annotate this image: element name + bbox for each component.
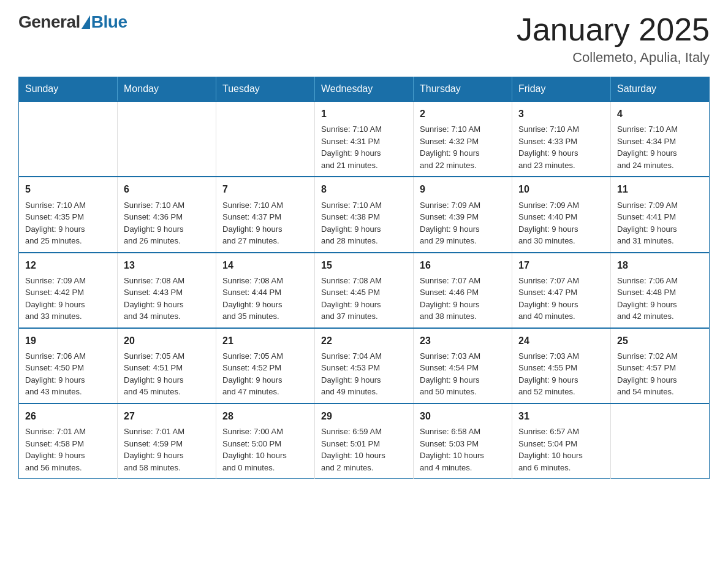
day-info: Sunrise: 7:08 AMSunset: 4:44 PMDaylight:… [222,275,308,323]
day-number: 27 [124,409,210,423]
calendar-table: SundayMondayTuesdayWednesdayThursdayFrid… [18,77,710,479]
day-header-saturday: Saturday [611,77,710,102]
day-number: 21 [222,334,308,348]
calendar-week-5: 26Sunrise: 7:01 AMSunset: 4:58 PMDayligh… [19,404,710,479]
calendar-cell: 17Sunrise: 7:07 AMSunset: 4:47 PMDayligh… [512,253,611,328]
calendar-cell: 21Sunrise: 7:05 AMSunset: 4:52 PMDayligh… [216,328,315,404]
day-number: 5 [25,182,111,196]
calendar-cell [19,101,118,177]
calendar-week-3: 12Sunrise: 7:09 AMSunset: 4:42 PMDayligh… [19,253,710,328]
calendar-cell: 16Sunrise: 7:07 AMSunset: 4:46 PMDayligh… [414,253,512,328]
page-header: General Blue January 2025 Collemeto, Apu… [18,12,710,66]
day-info: Sunrise: 7:09 AMSunset: 4:39 PMDaylight:… [420,199,506,247]
day-number: 31 [518,409,604,423]
day-info: Sunrise: 7:09 AMSunset: 4:42 PMDaylight:… [25,275,111,323]
day-info: Sunrise: 7:10 AMSunset: 4:32 PMDaylight:… [420,123,506,171]
calendar-cell: 9Sunrise: 7:09 AMSunset: 4:39 PMDaylight… [414,177,512,252]
calendar-cell: 31Sunrise: 6:57 AMSunset: 5:04 PMDayligh… [512,404,611,479]
day-number: 6 [124,182,210,196]
calendar-cell: 1Sunrise: 7:10 AMSunset: 4:31 PMDaylight… [315,101,414,177]
day-info: Sunrise: 7:03 AMSunset: 4:55 PMDaylight:… [518,350,604,398]
day-number: 20 [124,334,210,348]
logo: General Blue [18,12,127,32]
day-info: Sunrise: 6:59 AMSunset: 5:01 PMDaylight:… [321,426,407,473]
calendar-subtitle: Collemeto, Apulia, Italy [517,50,710,66]
calendar-cell: 11Sunrise: 7:09 AMSunset: 4:41 PMDayligh… [611,177,710,252]
calendar-cell: 6Sunrise: 7:10 AMSunset: 4:36 PMDaylight… [118,177,216,252]
calendar-cell: 12Sunrise: 7:09 AMSunset: 4:42 PMDayligh… [19,253,118,328]
calendar-header-row: SundayMondayTuesdayWednesdayThursdayFrid… [19,77,710,102]
calendar-cell: 7Sunrise: 7:10 AMSunset: 4:37 PMDaylight… [216,177,315,252]
calendar-cell: 8Sunrise: 7:10 AMSunset: 4:38 PMDaylight… [315,177,414,252]
day-number: 9 [420,182,506,196]
calendar-cell: 30Sunrise: 6:58 AMSunset: 5:03 PMDayligh… [414,404,512,479]
calendar-cell: 24Sunrise: 7:03 AMSunset: 4:55 PMDayligh… [512,328,611,404]
day-info: Sunrise: 7:10 AMSunset: 4:38 PMDaylight:… [321,199,407,247]
day-header-tuesday: Tuesday [216,77,315,102]
calendar-cell: 25Sunrise: 7:02 AMSunset: 4:57 PMDayligh… [611,328,710,404]
calendar-cell: 14Sunrise: 7:08 AMSunset: 4:44 PMDayligh… [216,253,315,328]
calendar-week-4: 19Sunrise: 7:06 AMSunset: 4:50 PMDayligh… [19,328,710,404]
day-number: 29 [321,409,407,423]
day-header-monday: Monday [118,77,216,102]
day-number: 4 [617,107,703,121]
title-section: January 2025 Collemeto, Apulia, Italy [517,12,710,66]
day-number: 26 [25,409,111,423]
calendar-cell: 28Sunrise: 7:00 AMSunset: 5:00 PMDayligh… [216,404,315,479]
day-info: Sunrise: 7:06 AMSunset: 4:50 PMDaylight:… [25,350,111,398]
calendar-cell: 23Sunrise: 7:03 AMSunset: 4:54 PMDayligh… [414,328,512,404]
calendar-cell: 29Sunrise: 6:59 AMSunset: 5:01 PMDayligh… [315,404,414,479]
calendar-cell: 22Sunrise: 7:04 AMSunset: 4:53 PMDayligh… [315,328,414,404]
day-number: 19 [25,334,111,348]
calendar-cell: 26Sunrise: 7:01 AMSunset: 4:58 PMDayligh… [19,404,118,479]
day-number: 17 [518,258,604,272]
day-info: Sunrise: 7:08 AMSunset: 4:43 PMDaylight:… [124,275,210,323]
day-info: Sunrise: 7:10 AMSunset: 4:34 PMDaylight:… [617,123,703,171]
day-header-sunday: Sunday [19,77,118,102]
day-number: 7 [222,182,308,196]
day-number: 30 [420,409,506,423]
day-info: Sunrise: 7:07 AMSunset: 4:47 PMDaylight:… [518,275,604,323]
calendar-cell: 5Sunrise: 7:10 AMSunset: 4:35 PMDaylight… [19,177,118,252]
calendar-cell: 2Sunrise: 7:10 AMSunset: 4:32 PMDaylight… [414,101,512,177]
day-info: Sunrise: 7:03 AMSunset: 4:54 PMDaylight:… [420,350,506,398]
day-info: Sunrise: 7:09 AMSunset: 4:41 PMDaylight:… [617,199,703,247]
day-number: 28 [222,409,308,423]
day-info: Sunrise: 7:08 AMSunset: 4:45 PMDaylight:… [321,275,407,323]
day-info: Sunrise: 7:10 AMSunset: 4:31 PMDaylight:… [321,123,407,171]
day-info: Sunrise: 7:10 AMSunset: 4:37 PMDaylight:… [222,199,308,247]
day-info: Sunrise: 7:00 AMSunset: 5:00 PMDaylight:… [222,426,308,473]
calendar-cell: 13Sunrise: 7:08 AMSunset: 4:43 PMDayligh… [118,253,216,328]
day-info: Sunrise: 7:10 AMSunset: 4:36 PMDaylight:… [124,199,210,247]
day-number: 10 [518,182,604,196]
day-info: Sunrise: 7:04 AMSunset: 4:53 PMDaylight:… [321,350,407,398]
calendar-cell: 19Sunrise: 7:06 AMSunset: 4:50 PMDayligh… [19,328,118,404]
calendar-cell: 4Sunrise: 7:10 AMSunset: 4:34 PMDaylight… [611,101,710,177]
day-info: Sunrise: 7:01 AMSunset: 4:58 PMDaylight:… [25,426,111,473]
day-number: 8 [321,182,407,196]
calendar-week-1: 1Sunrise: 7:10 AMSunset: 4:31 PMDaylight… [19,101,710,177]
day-number: 16 [420,258,506,272]
day-info: Sunrise: 7:02 AMSunset: 4:57 PMDaylight:… [617,350,703,398]
day-number: 12 [25,258,111,272]
calendar-title: January 2025 [517,12,710,47]
day-number: 22 [321,334,407,348]
day-number: 3 [518,107,604,121]
day-info: Sunrise: 6:58 AMSunset: 5:03 PMDaylight:… [420,426,506,473]
day-info: Sunrise: 7:01 AMSunset: 4:59 PMDaylight:… [124,426,210,473]
calendar-cell: 10Sunrise: 7:09 AMSunset: 4:40 PMDayligh… [512,177,611,252]
day-number: 18 [617,258,703,272]
day-info: Sunrise: 7:05 AMSunset: 4:51 PMDaylight:… [124,350,210,398]
logo-blue-text: Blue [91,12,127,32]
day-number: 13 [124,258,210,272]
day-number: 25 [617,334,703,348]
calendar-cell: 3Sunrise: 7:10 AMSunset: 4:33 PMDaylight… [512,101,611,177]
logo-general-text: General [18,12,80,32]
day-header-wednesday: Wednesday [315,77,414,102]
day-number: 14 [222,258,308,272]
day-info: Sunrise: 7:07 AMSunset: 4:46 PMDaylight:… [420,275,506,323]
calendar-week-2: 5Sunrise: 7:10 AMSunset: 4:35 PMDaylight… [19,177,710,252]
calendar-cell [216,101,315,177]
calendar-cell [118,101,216,177]
day-number: 11 [617,182,703,196]
